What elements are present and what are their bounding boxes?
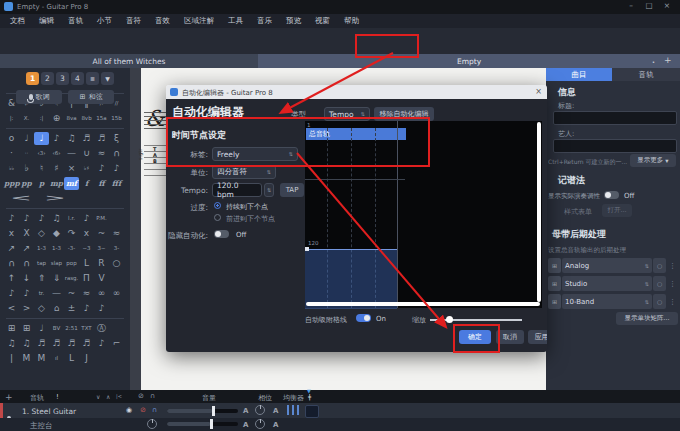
palette-item[interactable]: ♭ (19, 162, 34, 175)
fx-select[interactable]: Studio⇅ (562, 276, 652, 291)
tempo-input[interactable]: 120.0 bpm (212, 183, 262, 197)
palette-item[interactable]: ♪ (34, 212, 49, 225)
automation-point-handle[interactable] (305, 247, 309, 251)
palette-item[interactable]: ♯ (49, 162, 64, 175)
palette-item[interactable]: tr. (34, 287, 49, 300)
palette-item[interactable]: ≈ (94, 147, 109, 160)
stylesheet-open-button[interactable]: 打开... (602, 204, 632, 217)
palette-item[interactable]: ♫ (4, 337, 19, 350)
palette-item[interactable]: ∩ (19, 257, 34, 270)
add-track-button[interactable]: + (5, 392, 13, 402)
palette-item[interactable]: ◆ (49, 227, 64, 240)
palette-item[interactable]: BV (49, 322, 64, 335)
palette-item[interactable]: V (94, 272, 109, 285)
pan-knob[interactable] (255, 405, 265, 415)
palette-item[interactable]: pp (19, 177, 34, 190)
palette-item[interactable]: ○ (109, 257, 124, 270)
palette-item[interactable]: L (64, 352, 79, 365)
mute-all-icon[interactable]: ⊘ (138, 392, 144, 400)
menu-item[interactable]: 工具 (221, 16, 250, 26)
palette-item[interactable]: L (79, 257, 94, 270)
to-start-icon[interactable]: |< (116, 393, 122, 399)
palette-item[interactable]: 8va (64, 112, 79, 125)
palette-item[interactable]: ⇑ (34, 272, 49, 285)
palette-item[interactable]: · (4, 147, 19, 160)
artist-input[interactable] (553, 139, 677, 153)
palette-item[interactable]: ≈ (79, 287, 94, 300)
palette-item[interactable]: ♫ (49, 212, 64, 225)
palette-item[interactable]: J (79, 352, 94, 365)
mute-icon[interactable]: ⊘ (140, 406, 146, 414)
tab-track[interactable]: 音轨 (612, 68, 680, 81)
dialog-titlebar[interactable]: 自动化编辑器 - Guitar Pro 8 × (166, 85, 547, 99)
palette-item[interactable]: M (19, 352, 34, 365)
tempo-stepper[interactable]: ⇅ (264, 183, 274, 197)
transition-radio-advance[interactable] (214, 214, 221, 221)
palette-item[interactable]: mf (64, 177, 79, 190)
palette-item[interactable]: 3- (109, 242, 124, 255)
label-dropdown[interactable]: Freely⇅ (212, 147, 298, 161)
palette-item[interactable]: ♩ (19, 132, 34, 145)
palette-item[interactable]: x (79, 227, 94, 240)
palette-item[interactable]: | (4, 352, 19, 365)
palette-item[interactable]: -3- (64, 242, 79, 255)
menu-item[interactable]: 视窗 (308, 16, 337, 26)
pedal-matrix-button[interactable]: 显示单块矩阵... (616, 312, 678, 325)
menu-item[interactable]: 预览 (279, 16, 308, 26)
palette-item[interactable]: ≈ (109, 227, 124, 240)
palette-item[interactable]: ♪ (19, 287, 34, 300)
palette-item[interactable]: ‹3› (34, 147, 49, 160)
palette-item[interactable]: ♪ (79, 212, 94, 225)
lyrics-button[interactable]: 歌词 (16, 90, 62, 104)
palette-item[interactable]: < (4, 302, 19, 315)
palette-item[interactable]: > (19, 302, 34, 315)
solo-icon[interactable]: ∩ (152, 406, 157, 414)
chords-button[interactable]: ⊞和弦 (68, 90, 114, 104)
palette-item[interactable]: ♬ (64, 337, 79, 350)
palette-item[interactable]: ◇ (34, 302, 49, 315)
palette-item[interactable]: p (34, 177, 49, 190)
master-volume-automation-badge[interactable]: A (243, 421, 248, 429)
palette-item[interactable]: ♫ (19, 337, 34, 350)
palette-item[interactable]: mp (49, 177, 64, 190)
transition-radio-hold[interactable] (214, 202, 221, 209)
palette-item[interactable]: ♪ (4, 212, 19, 225)
maximize-button[interactable]: □ (640, 1, 658, 10)
palette-item[interactable]: slap (49, 257, 64, 270)
palette-item[interactable]: ‹6› (49, 147, 64, 160)
chart-zoom-knob[interactable] (446, 316, 453, 323)
menu-item[interactable]: 编辑 (32, 16, 61, 26)
cancel-button[interactable]: 取消 (496, 330, 524, 344)
palette-item[interactable]: ⌐ (109, 337, 124, 350)
automation-chart[interactable]: 1 总音轨 120 (305, 121, 542, 308)
palette-item[interactable]: ∩ (4, 257, 19, 270)
solo-all-icon[interactable]: ∩ (150, 392, 155, 400)
palette-item[interactable]: ♪ (94, 162, 109, 175)
palette-item[interactable]: |: (4, 112, 19, 125)
palette-item[interactable]: ♬ (79, 132, 94, 145)
apply-button[interactable]: 应用 (528, 330, 547, 344)
palette-item[interactable]: — (49, 287, 64, 300)
master-knob[interactable] (147, 419, 157, 429)
filter-icon[interactable]: ▼ (101, 72, 114, 85)
fx-power-button[interactable]: ○ (653, 276, 666, 291)
palette-item[interactable]: ♬ (94, 132, 109, 145)
fx-select[interactable]: Analog⇅ (562, 258, 652, 273)
tab-empty[interactable]: Empty (258, 54, 680, 68)
fx-power-button[interactable]: ○ (653, 294, 666, 309)
palette-item[interactable]: ♩ (34, 322, 49, 335)
palette-item[interactable]: ♩ (34, 132, 49, 145)
palette-item[interactable]: ◇ (34, 227, 49, 240)
voice-4-button[interactable]: 4 (71, 72, 84, 85)
master-row[interactable]: 主控台 A A (0, 418, 680, 431)
palette-item[interactable]: ∞ (109, 287, 124, 300)
eq-icon[interactable] (287, 405, 300, 415)
palette-item[interactable]: :| (34, 112, 49, 125)
palette-item[interactable]: ⌂ (49, 302, 64, 315)
volume-handle[interactable] (212, 406, 215, 416)
palette-item[interactable]: 8vb (79, 112, 94, 125)
menu-item[interactable]: 文档 (3, 16, 32, 26)
hide-automation-toggle[interactable] (214, 230, 229, 238)
palette-item[interactable]: ~ (94, 227, 109, 240)
palette-item[interactable]: ♪ (19, 212, 34, 225)
